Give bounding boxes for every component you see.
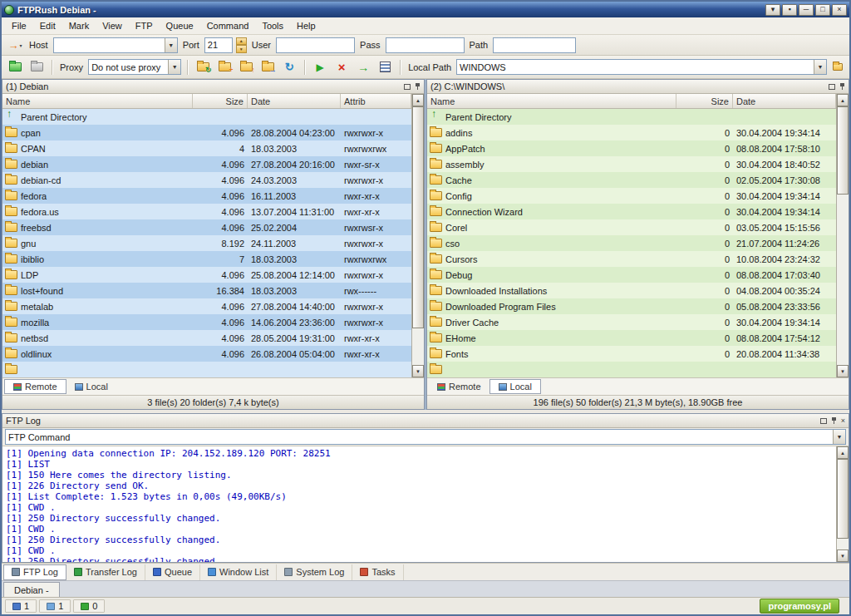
sync-navigation-icon[interactable] <box>27 58 46 76</box>
scroll-up-icon[interactable]: ▲ <box>837 94 849 106</box>
file-row[interactable]: Parent Directory <box>427 109 836 125</box>
file-row[interactable]: Driver Cache 0 30.04.2004 19:34:14 <box>427 314 836 330</box>
ftp-command-combobox[interactable]: FTP Command▼ <box>5 429 846 445</box>
column-header[interactable]: Attrib <box>341 94 411 108</box>
menu-item[interactable]: Command <box>200 19 256 32</box>
file-row[interactable] <box>2 362 411 377</box>
menu-item[interactable]: Help <box>290 19 322 32</box>
title-bar[interactable]: FTPRush Debian - ▾▪─□× <box>2 2 849 17</box>
dropdown-arrow-icon[interactable]: ▼ <box>168 60 180 74</box>
panel-maximize-icon[interactable] <box>404 84 411 90</box>
folder-go-icon[interactable]: → <box>258 58 277 76</box>
spin-down-icon[interactable]: ▼ <box>236 45 247 53</box>
log-pin-icon[interactable] <box>831 417 837 425</box>
file-row[interactable]: Corel 0 03.05.2004 15:15:56 <box>427 219 836 235</box>
local-panel-header[interactable]: (2) C:\WINDOWS\ <box>427 80 849 94</box>
dropdown-arrow-icon[interactable]: ▼ <box>833 430 845 444</box>
file-row[interactable]: Downloaded Installations 0 04.08.2004 00… <box>427 283 836 298</box>
panel-pin-icon[interactable] <box>415 83 421 91</box>
panel-view-tab[interactable]: Remote <box>429 379 489 394</box>
proxy-combobox[interactable]: Do not use proxy▼ <box>88 59 181 75</box>
file-row[interactable]: CPAN 4 18.03.2003 rwxrwxrwx <box>2 140 411 156</box>
scroll-down-icon[interactable]: ▼ <box>837 365 849 377</box>
log-maximize-icon[interactable] <box>820 418 827 424</box>
stop-transfer-icon[interactable]: × <box>332 58 351 76</box>
file-row[interactable]: LDP 4.096 25.08.2004 12:14:00 rwxrwxr-x <box>2 267 411 283</box>
file-row[interactable]: fedora.us 4.096 13.07.2004 11:31:00 rwxr… <box>2 204 411 219</box>
scrollbar-thumb[interactable] <box>837 459 849 539</box>
local-path-combobox[interactable]: WINDOWS▼ <box>456 59 827 75</box>
column-header[interactable]: Name <box>427 94 676 108</box>
folder-up-icon[interactable]: ↑ <box>237 58 255 76</box>
log-close-icon[interactable]: × <box>841 417 845 425</box>
host-combobox[interactable]: ▼ <box>53 37 178 53</box>
pass-input[interactable] <box>386 37 465 53</box>
file-row[interactable]: oldlinux 4.096 26.08.2004 05:04:00 rwxr-… <box>2 346 411 362</box>
file-row[interactable]: freebsd 4.096 25.02.2004 rwxrwsr-x <box>2 219 411 235</box>
file-row[interactable]: assembly 0 30.04.2004 18:40:52 <box>427 156 836 172</box>
file-row[interactable]: cso 0 21.07.2004 11:24:26 <box>427 235 836 251</box>
column-header[interactable]: Name <box>2 94 193 108</box>
menu-item[interactable]: Mark <box>62 19 96 32</box>
maximize-button[interactable]: □ <box>815 4 830 16</box>
file-row[interactable]: AppPatch 0 08.08.2004 17:58:10 <box>427 140 836 156</box>
file-row[interactable]: metalab 4.096 27.08.2004 14:40:00 rwxrwx… <box>2 298 411 314</box>
file-row[interactable]: netbsd 4.096 28.05.2004 19:31:00 rwxr-xr… <box>2 330 411 346</box>
menu-item[interactable]: Queue <box>160 19 200 32</box>
file-row[interactable]: Connection Wizard 0 30.04.2004 19:34:14 <box>427 204 836 219</box>
panel-view-tab[interactable]: Remote <box>4 379 66 394</box>
dropdown-arrow-icon[interactable]: ▼ <box>165 38 177 52</box>
column-header[interactable]: Size <box>193 94 248 108</box>
file-row[interactable]: fedora 4.096 16.11.2003 rwxr-xr-x <box>2 188 411 204</box>
dropdown-arrow-icon[interactable]: ▼ <box>814 60 826 74</box>
go-icon[interactable]: → <box>354 58 372 76</box>
file-row[interactable]: ibiblio 7 18.03.2003 rwxrwxrwx <box>2 251 411 267</box>
scroll-up-icon[interactable]: ▲ <box>412 94 424 106</box>
menu-item[interactable]: Edit <box>33 19 62 32</box>
start-transfer-icon[interactable]: ▶ <box>311 58 329 76</box>
scroll-up-icon[interactable]: ▲ <box>837 446 849 459</box>
file-row[interactable]: lost+found 16.384 18.03.2003 rwx------ <box>2 283 411 298</box>
file-row[interactable]: Cursors 0 10.08.2004 23:24:32 <box>427 251 836 267</box>
panel-pin-icon[interactable] <box>839 83 845 91</box>
file-row[interactable]: Config 0 30.04.2004 19:34:14 <box>427 188 836 204</box>
minimize-to-tray-button[interactable]: ▪ <box>782 4 797 16</box>
session-tab[interactable]: Debian - <box>3 582 60 597</box>
spin-up-icon[interactable]: ▲ <box>236 37 247 46</box>
file-row[interactable]: debian-cd 4.096 24.03.2003 rwxrwxr-x <box>2 172 411 188</box>
menu-item[interactable]: FTP <box>129 19 160 32</box>
file-row[interactable]: Debug 0 08.08.2004 17:03:40 <box>427 267 836 283</box>
menu-item[interactable]: File <box>5 19 33 32</box>
path-input[interactable] <box>493 37 576 53</box>
file-row[interactable] <box>427 362 836 377</box>
log-scrollbar[interactable]: ▲ ▼ <box>836 446 849 562</box>
scroll-down-icon[interactable]: ▼ <box>837 549 849 562</box>
panel-view-tab[interactable]: Local <box>66 379 116 394</box>
scroll-down-icon[interactable]: ▼ <box>412 365 424 377</box>
quick-connect-icon[interactable]: →▾ <box>6 36 24 54</box>
refresh-icon[interactable]: ↻ <box>280 58 298 76</box>
file-row[interactable]: debian 4.096 27.08.2004 20:16:00 rwxr-sr… <box>2 156 411 172</box>
file-row[interactable]: Downloaded Program Files 0 05.08.2004 23… <box>427 298 836 314</box>
browse-local-path-button[interactable] <box>830 58 845 76</box>
remote-panel-header[interactable]: (1) Debian <box>2 80 424 94</box>
panel-view-tab[interactable]: Local <box>489 379 541 394</box>
close-button[interactable]: × <box>832 4 847 16</box>
new-folder-icon[interactable]: + <box>215 58 234 76</box>
file-row[interactable]: gnu 8.192 24.11.2003 rwxrwxr-x <box>2 235 411 251</box>
file-row[interactable]: Parent Directory <box>2 109 411 125</box>
bottom-tab[interactable]: Window List <box>200 564 277 580</box>
scrollbar-thumb[interactable] <box>412 106 424 328</box>
column-header[interactable]: Size <box>676 94 733 108</box>
port-input[interactable]: 21 <box>204 37 233 53</box>
file-row[interactable]: addins 0 30.04.2004 19:34:14 <box>427 125 836 140</box>
file-row[interactable]: EHome 0 08.08.2004 17:54:12 <box>427 330 836 346</box>
bottom-tab[interactable]: Queue <box>145 564 200 580</box>
scrollbar-thumb[interactable] <box>837 106 849 195</box>
refresh-folder-icon[interactable]: ↻ <box>194 58 212 76</box>
bottom-tab[interactable]: Transfer Log <box>66 564 145 580</box>
local-scrollbar[interactable]: ▲ ▼ <box>836 94 849 377</box>
file-row[interactable]: cpan 4.096 28.08.2004 04:23:00 rwxrwxr-x <box>2 125 411 140</box>
user-input[interactable] <box>276 37 355 53</box>
file-row[interactable]: mozilla 4.096 14.06.2004 23:36:00 rwxrwx… <box>2 314 411 330</box>
